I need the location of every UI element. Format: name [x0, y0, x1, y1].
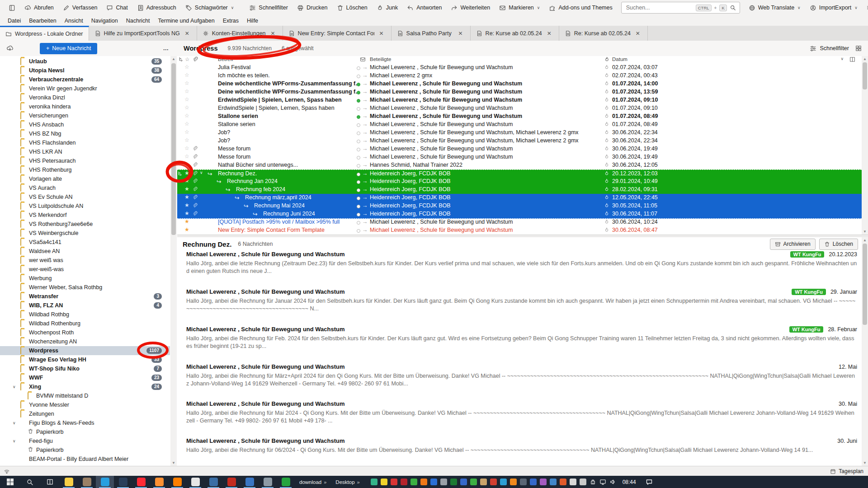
- tab-close-icon[interactable]: ✕: [183, 29, 191, 38]
- folder-item-vs-aurach[interactable]: VS Aurach: [0, 183, 170, 192]
- delete-button-preview[interactable]: Löschen: [819, 239, 858, 250]
- menu-extras[interactable]: Extras: [219, 16, 243, 25]
- column-picker-icon[interactable]: [849, 56, 855, 62]
- star-icon[interactable]: ☆: [184, 72, 189, 78]
- folder-item-feed-figu[interactable]: ∨Feed-figu: [0, 436, 170, 446]
- tab-close-icon[interactable]: ✕: [269, 29, 277, 38]
- folder-item-werbung[interactable]: Werbung: [0, 274, 170, 283]
- junk-flame-icon[interactable]: [604, 89, 609, 94]
- archive-button[interactable]: Archivieren: [770, 239, 816, 250]
- folder-item-vhs-ansbach[interactable]: VHS Ansbach: [0, 120, 170, 129]
- taskbar-toolbar-download[interactable]: download»: [299, 479, 326, 485]
- junk-flame-icon[interactable]: [604, 162, 609, 168]
- address-book-button[interactable]: Adressbuch: [133, 3, 180, 13]
- taskbar-app-pdf-editor[interactable]: [222, 476, 241, 488]
- tab-1[interactable]: Wordpress - Lokale Ordner: [0, 26, 89, 41]
- speaker-tray-icon[interactable]: [609, 479, 616, 485]
- message-summary-card[interactable]: Michael Lewerenz , Schule für Bewegung u…: [186, 363, 857, 388]
- folder-item-wochenpost-roth[interactable]: Wochenpost Roth: [0, 328, 170, 337]
- message-row[interactable]: ☆Job?→Michael Lewerenz , Schule für Bewe…: [177, 137, 862, 145]
- read-status-dot[interactable]: [357, 83, 360, 86]
- read-status-dot[interactable]: [357, 131, 360, 135]
- star-icon[interactable]: ☆: [184, 64, 189, 70]
- tray-icon[interactable]: [480, 479, 487, 485]
- quick-filter-toggle[interactable]: Schnellfilter: [810, 45, 849, 52]
- tray-icon[interactable]: [440, 479, 447, 485]
- tab-close-icon[interactable]: ✕: [634, 29, 642, 38]
- taskbar-app-vlc[interactable]: [168, 476, 186, 488]
- tray-icon[interactable]: [381, 479, 387, 485]
- tab-close-icon[interactable]: ✕: [545, 29, 553, 38]
- folder-item-wetransfer[interactable]: Wetransfer3: [0, 292, 170, 301]
- taskbar-app-firefox[interactable]: [150, 476, 168, 488]
- message-row[interactable]: ☆Nathal Bücher sind unterwegs...→Hannes …: [177, 161, 862, 169]
- menu-datei[interactable]: Datei: [4, 16, 25, 25]
- star-icon[interactable]: ☆: [184, 113, 189, 119]
- message-row[interactable]: ☆Job?→Michael Lewerenz , Schule für Bewe…: [177, 129, 862, 137]
- message-row[interactable]: ★↪Rechnung Juni 2024→Heidenreich Joerg, …: [177, 210, 862, 219]
- tray-icon[interactable]: [430, 479, 437, 485]
- tab-6[interactable]: Re: Kurse ab 02.05.24✕: [471, 26, 559, 41]
- folder-item-vhs-flachslanden[interactable]: VHS Flachslanden: [0, 138, 170, 147]
- folder-item-verein-wir-gegen-jugendkr[interactable]: Verein Wir gegen Jugendkr: [0, 84, 170, 93]
- folder-item-vhs-bz-nbg[interactable]: VHS BZ Nbg: [0, 129, 170, 138]
- tray-icon[interactable]: [550, 479, 557, 485]
- twisty-icon[interactable]: ∨: [13, 439, 16, 443]
- reply-button[interactable]: Antworten: [403, 3, 446, 13]
- twisty-icon[interactable]: ∨: [200, 170, 203, 175]
- tab-4[interactable]: New Entry: Simple Contact Form Te✕: [283, 26, 392, 41]
- folder-item-veronika-hindera[interactable]: veronika hindera: [0, 102, 170, 111]
- monitor-tray-icon[interactable]: [599, 479, 606, 485]
- message-row[interactable]: ☆Deine wöchentliche WPForms-Zusammenfass…: [177, 88, 862, 96]
- tray-icon[interactable]: [410, 479, 417, 485]
- taskbar-app-gimp[interactable]: [78, 476, 96, 488]
- tab-7[interactable]: Re: Kurse ab 02.05.24✕: [559, 26, 648, 41]
- star-icon[interactable]: ☆: [184, 145, 189, 151]
- taskbar-app-app-white[interactable]: [186, 476, 204, 488]
- message-row[interactable]: ☆Julia Festival→Michael Lewerenz , Schul…: [177, 64, 862, 72]
- read-status-dot[interactable]: [357, 99, 360, 103]
- folder-item-yvonne-messler[interactable]: Yvonne Messler: [0, 400, 170, 409]
- message-row[interactable]: ☆Messe forum→Michael Lewerenz , Schule f…: [177, 153, 862, 161]
- folder-item-veronika-dinzl[interactable]: Veronika Dinzl: [0, 93, 170, 102]
- junk-flame-icon[interactable]: [604, 65, 609, 70]
- read-status-dot[interactable]: [357, 107, 360, 111]
- folder-item-vhs-rothenburg[interactable]: VHS Rothenburg: [0, 165, 170, 174]
- star-icon[interactable]: ☆: [184, 153, 189, 160]
- message-row[interactable]: ☆Stallone serien→Michael Lewerenz , Schu…: [177, 113, 862, 121]
- junk-flame-icon[interactable]: [604, 227, 609, 233]
- tray-icon[interactable]: [510, 479, 517, 485]
- sender-column-icon[interactable]: [360, 56, 366, 62]
- tray-icon[interactable]: [371, 479, 377, 485]
- star-icon[interactable]: ★: [184, 218, 189, 225]
- message-row[interactable]: ★↪Rechnung Jan 2024→Heidenreich Joerg, F…: [177, 178, 862, 186]
- folder-item-verbraucherzentrale[interactable]: Verbraucherzentrale64: [0, 75, 170, 84]
- addons-button[interactable]: Add-ons und Themes: [545, 3, 616, 13]
- menu-navigation[interactable]: Navigation: [87, 16, 122, 25]
- folder-item-wordpress[interactable]: Wordpress1107: [0, 346, 170, 355]
- web-translate-button[interactable]: Web Translate∨: [745, 3, 805, 13]
- new-message-button[interactable]: + Neue Nachricht: [40, 43, 97, 54]
- junk-flame-icon[interactable]: [604, 122, 609, 127]
- tray-icon[interactable]: [460, 479, 467, 485]
- importexport-button[interactable]: ImportExport∨: [806, 3, 862, 13]
- junk-flame-icon[interactable]: [604, 113, 609, 119]
- twisty-icon[interactable]: ∨: [13, 385, 16, 389]
- subject-column-header[interactable]: Betreff: [218, 56, 233, 62]
- message-row[interactable]: ☆Stallone serien→Michael Lewerenz , Schu…: [177, 121, 862, 129]
- message-row[interactable]: ★New Entry: Simple Contact Form Template…: [177, 226, 862, 235]
- junk-button[interactable]: Junk: [373, 3, 402, 13]
- star-icon[interactable]: ★: [184, 210, 189, 216]
- junk-flame-icon[interactable]: [604, 97, 609, 103]
- menu-termine-und-aufgaben[interactable]: Termine und Aufgaben: [154, 16, 219, 25]
- mark-button[interactable]: Markieren∨: [495, 3, 544, 13]
- folder-pane-options-button[interactable]: …: [163, 45, 170, 52]
- message-summary-card[interactable]: Michael Lewerenz , Schule für Bewegung u…: [186, 437, 857, 454]
- message-row[interactable]: ★∨↪Rechnung Dez.→Heidenreich Joerg, FCDJ…: [177, 169, 862, 178]
- start-button[interactable]: [0, 476, 20, 488]
- junk-flame-icon[interactable]: [604, 178, 609, 184]
- folder-item-zeitungen[interactable]: Zeitungen: [0, 409, 170, 418]
- folder-item-vs-rothenburg7aee6e6e[interactable]: VS Rothenburg7aee6e6e: [0, 220, 170, 229]
- menu-hilfe[interactable]: Hilfe: [243, 16, 262, 25]
- read-status-dot[interactable]: [357, 66, 360, 70]
